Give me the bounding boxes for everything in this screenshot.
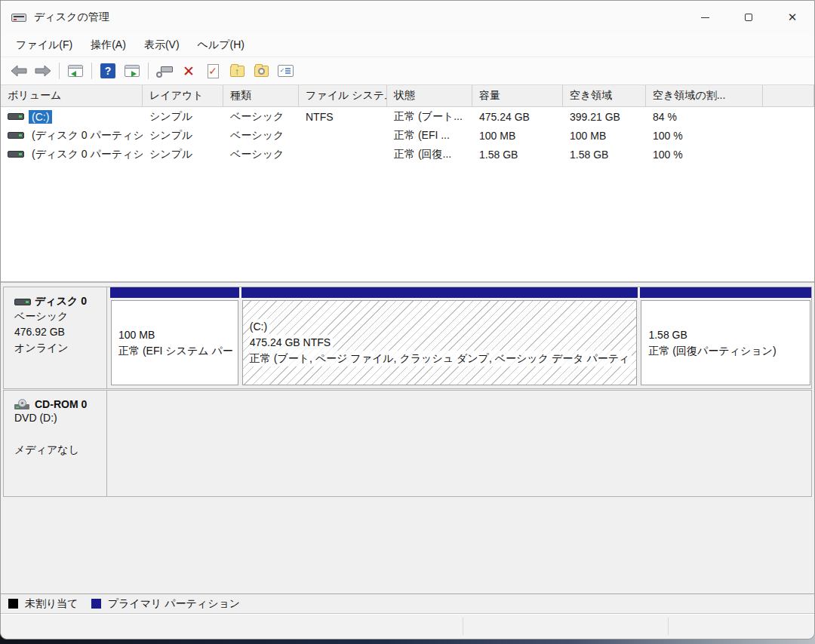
cell-free: 100 MB (563, 126, 646, 145)
menu-action[interactable]: 操作(A) (82, 35, 135, 55)
cdrom-empty-area (107, 390, 812, 497)
cell-free-pct: 100 % (646, 145, 763, 164)
forward-arrow-icon (35, 65, 51, 77)
cell-layout: シンプル (143, 126, 223, 145)
disk0-type: ベーシック (14, 308, 99, 324)
partition-status: 正常 (ブート, ページ ファイル, クラッシュ ダンプ, ベーシック データ … (250, 351, 632, 366)
column-header-capacity[interactable]: 容量 (472, 85, 563, 106)
table-row[interactable]: (ディスク 0 パーティシ... シンプル ベーシック 正常 (回復... 1.… (1, 145, 814, 164)
volume-name: (ディスク 0 パーティシ... (29, 147, 143, 162)
document-check-button[interactable]: ✓ (201, 60, 225, 81)
drive-icon (8, 132, 24, 139)
partition-color-bar (640, 287, 811, 298)
statusbar-divider (463, 618, 463, 635)
disk0-band: ディスク 0 ベーシック 476.92 GB オンライン 100 MB 正常 (… (3, 287, 812, 389)
cell-free-pct: 84 % (646, 107, 763, 126)
action-pane-icon (125, 65, 140, 77)
disk-management-window: ディスクの管理 ✕ ファイル(F) 操作(A) 表示(V) ヘルプ(H) ? (0, 0, 815, 639)
cell-status: 正常 (ブート... (387, 107, 472, 126)
menu-file[interactable]: ファイル(F) (7, 35, 82, 55)
back-arrow-icon (11, 65, 27, 77)
table-row[interactable]: (C:) シンプル ベーシック NTFS 正常 (ブート... 475.24 G… (1, 107, 814, 126)
table-row[interactable]: (ディスク 0 パーティシ... シンプル ベーシック 正常 (EFI ... … (1, 126, 814, 145)
legend-unallocated-label: 未割り当て (25, 597, 78, 611)
toolbar-separator (148, 63, 149, 79)
cdrom-header[interactable]: CD-ROM 0 DVD (D:) メディアなし (3, 390, 107, 497)
close-button[interactable]: ✕ (770, 1, 814, 34)
partition-size: 100 MB (118, 327, 155, 343)
cell-layout: シンプル (143, 107, 223, 126)
partition-c[interactable]: (C:) 475.24 GB NTFS 正常 (ブート, ページ ファイル, ク… (241, 287, 638, 388)
column-header-status[interactable]: 状態 (387, 85, 472, 106)
column-header-free-pct[interactable]: 空き領域の割... (646, 85, 763, 106)
column-header-volume[interactable]: ボリューム (1, 85, 143, 106)
drive-search-icon (156, 64, 173, 78)
window-title: ディスクの管理 (34, 11, 109, 24)
volume-list-header: ボリューム レイアウト 種類 ファイル システム 状態 容量 空き領域 空き領域… (1, 85, 814, 107)
folder-search-icon (254, 66, 269, 77)
legend-bar: 未割り当て プライマリ パーティション (1, 593, 814, 613)
toolbar-separator (91, 63, 92, 79)
cell-free: 399.21 GB (563, 107, 646, 126)
cell-filesystem (299, 126, 387, 145)
back-button[interactable] (7, 60, 31, 81)
disk0-size: 476.92 GB (14, 324, 99, 340)
partition-label: (C:) (250, 319, 269, 335)
legend-unallocated-swatch (8, 599, 18, 609)
disk-icon (14, 299, 31, 305)
document-check-icon: ✓ (208, 64, 219, 78)
console-tree-icon (68, 65, 83, 77)
show-action-pane-button[interactable] (120, 60, 144, 81)
checklist-button[interactable]: ✓ (273, 60, 297, 81)
partition-area: 100 MB 正常 (EFI システム パー (C:) 475.24 GB NT… (107, 287, 812, 389)
delete-button[interactable]: ✕ (177, 60, 201, 81)
partition-recovery[interactable]: 1.58 GB 正常 (回復パーティション) (640, 287, 811, 388)
help-button[interactable]: ? (96, 60, 120, 81)
app-icon (11, 11, 26, 23)
folder-search-button[interactable] (249, 60, 273, 81)
delete-icon: ✕ (183, 64, 195, 78)
cdrom-media-status: メディアなし (14, 442, 99, 458)
folder-up-button[interactable]: ↑ (225, 60, 249, 81)
menu-help[interactable]: ヘルプ(H) (189, 35, 254, 55)
show-console-tree-button[interactable] (63, 60, 88, 81)
menu-view[interactable]: 表示(V) (135, 35, 189, 55)
column-header-type[interactable]: 種類 (223, 85, 299, 106)
partition-size: 475.24 GB NTFS (250, 335, 333, 351)
cdrom-icon (14, 399, 31, 409)
legend-primary-label: プライマリ パーティション (108, 597, 241, 611)
menu-bar: ファイル(F) 操作(A) 表示(V) ヘルプ(H) (1, 34, 814, 57)
help-icon: ? (100, 63, 115, 78)
partition-status: 正常 (回復パーティション) (648, 343, 776, 359)
disk0-status: オンライン (14, 340, 99, 356)
disk0-name: ディスク 0 (35, 295, 87, 308)
column-header-empty (763, 85, 814, 106)
toolbar: ? ✕ ✓ ↑ ✓ (1, 57, 814, 85)
cell-free-pct: 100 % (646, 126, 763, 145)
column-header-filesystem[interactable]: ファイル システム (299, 85, 387, 106)
column-header-free[interactable]: 空き領域 (563, 85, 646, 106)
column-header-layout[interactable]: レイアウト (143, 85, 223, 106)
rescan-disk-button[interactable] (152, 60, 177, 81)
partition-color-bar (110, 287, 239, 298)
partition-efi[interactable]: 100 MB 正常 (EFI システム パー (110, 287, 239, 388)
cell-filesystem (299, 145, 387, 164)
cell-capacity: 475.24 GB (472, 107, 563, 126)
minimize-icon (701, 17, 709, 18)
drive-icon (8, 151, 24, 158)
cdrom-name: CD-ROM 0 (35, 398, 87, 410)
cell-status: 正常 (EFI ... (387, 126, 472, 145)
maximize-button[interactable] (727, 1, 770, 34)
cell-type: ベーシック (223, 145, 299, 164)
volume-name: (C:) (29, 110, 52, 124)
title-bar: ディスクの管理 ✕ (1, 1, 814, 34)
volume-list: ボリューム レイアウト 種類 ファイル システム 状態 容量 空き領域 空き領域… (1, 85, 814, 283)
status-bar (1, 613, 814, 639)
disk0-header[interactable]: ディスク 0 ベーシック 476.92 GB オンライン (3, 287, 107, 389)
maximize-icon (745, 14, 752, 21)
cell-type: ベーシック (223, 107, 299, 126)
minimize-button[interactable] (683, 1, 727, 34)
partition-status: 正常 (EFI システム パー (118, 343, 233, 359)
forward-button[interactable] (31, 60, 55, 81)
cell-status: 正常 (回復... (387, 145, 472, 164)
